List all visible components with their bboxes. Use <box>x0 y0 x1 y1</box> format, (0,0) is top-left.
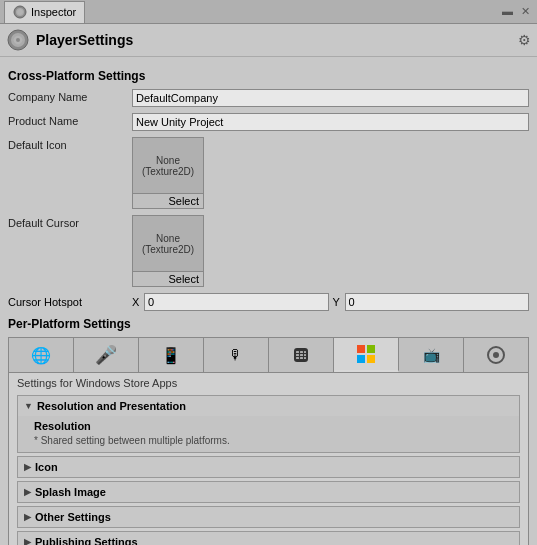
resolution-subsection-header: Resolution <box>34 420 513 432</box>
other-settings-section-label: Other Settings <box>35 511 111 523</box>
splash-section: ▶ Splash Image <box>17 481 520 503</box>
default-cursor-texture-inner: None (Texture2D) <box>133 216 203 271</box>
svg-rect-7 <box>300 351 303 353</box>
icon-collapse-arrow: ▶ <box>24 462 31 472</box>
standalone-platform-icon: 🎤 <box>95 344 117 366</box>
panel-title: PlayerSettings <box>36 32 512 48</box>
vr-platform-icon <box>486 345 506 365</box>
default-cursor-texture-text2: (Texture2D) <box>142 244 194 255</box>
default-icon-texture: None (Texture2D) Select <box>132 137 204 209</box>
windows-store-platform-icon <box>355 343 377 365</box>
y-coord-label: Y <box>333 296 343 308</box>
player-settings-icon <box>6 28 30 52</box>
default-icon-texture-text1: None <box>156 155 180 166</box>
inspector-tab-label: Inspector <box>31 6 76 18</box>
x-coord-label: X <box>132 296 142 308</box>
splash-collapse-arrow: ▶ <box>24 487 31 497</box>
platform-content: Settings for Windows Store Apps ▼ Resolu… <box>8 372 529 545</box>
svg-rect-16 <box>367 345 375 353</box>
svg-rect-15 <box>357 345 365 353</box>
resolution-collapse-arrow: ▼ <box>24 401 33 411</box>
icon-section-header[interactable]: ▶ Icon <box>18 457 519 477</box>
publishing-settings-section: ▶ Publishing Settings <box>17 531 520 545</box>
hotspot-x-coord: X <box>132 293 329 311</box>
platform-tab-windows-store[interactable] <box>334 338 399 372</box>
svg-rect-8 <box>304 351 306 353</box>
platform-tab-web[interactable]: 🌐 <box>9 338 74 372</box>
default-cursor-row: Default Cursor None (Texture2D) Select <box>8 215 529 287</box>
svg-rect-13 <box>300 357 303 359</box>
cursor-hotspot-label: Cursor Hotspot <box>8 296 128 308</box>
panel-content: Cross-Platform Settings Company Name Pro… <box>0 57 537 545</box>
default-cursor-select-btn[interactable]: Select <box>133 271 203 286</box>
platform-tab-blackberry[interactable] <box>269 338 334 372</box>
company-name-input[interactable] <box>132 89 529 107</box>
product-name-label: Product Name <box>8 113 128 127</box>
svg-rect-6 <box>296 351 299 353</box>
inspector-tab-icon <box>13 5 27 19</box>
resolution-section-content: Resolution * Shared setting between mult… <box>18 416 519 452</box>
default-icon-select-btn[interactable]: Select <box>133 193 203 208</box>
tab-bar: Inspector ▬ ✕ <box>0 0 537 24</box>
default-icon-row: Default Icon None (Texture2D) Select <box>8 137 529 209</box>
tv-platform-icon: 📺 <box>423 347 440 363</box>
svg-rect-9 <box>296 354 299 356</box>
icon-section-label: Icon <box>35 461 58 473</box>
svg-rect-14 <box>304 357 306 359</box>
tab-controls: ▬ ✕ <box>499 5 533 18</box>
default-icon-label: Default Icon <box>8 137 128 151</box>
publishing-settings-section-header[interactable]: ▶ Publishing Settings <box>18 532 519 545</box>
y-coord-input[interactable] <box>345 293 530 311</box>
minimize-btn[interactable]: ▬ <box>499 5 516 18</box>
platform-tab-tv[interactable]: 📺 <box>399 338 464 372</box>
resolution-section-label: Resolution and Presentation <box>37 400 186 412</box>
svg-point-20 <box>493 352 499 358</box>
inspector-tab[interactable]: Inspector <box>4 1 85 23</box>
settings-gear-icon[interactable]: ⚙ <box>518 32 531 48</box>
per-platform-header: Per-Platform Settings <box>8 317 529 331</box>
web-platform-icon: 🌐 <box>31 346 51 365</box>
svg-rect-11 <box>304 354 306 356</box>
default-icon-texture-inner: None (Texture2D) <box>133 138 203 193</box>
resolution-section: ▼ Resolution and Presentation Resolution… <box>17 395 520 453</box>
other-settings-section: ▶ Other Settings <box>17 506 520 528</box>
inspector-panel: PlayerSettings ⚙ Cross-Platform Settings… <box>0 24 537 545</box>
company-name-row: Company Name <box>8 89 529 107</box>
platform-info-text: Settings for Windows Store Apps <box>17 377 520 389</box>
icon-section: ▶ Icon <box>17 456 520 478</box>
company-name-label: Company Name <box>8 89 128 103</box>
splash-section-label: Splash Image <box>35 486 106 498</box>
default-cursor-label: Default Cursor <box>8 215 128 229</box>
platform-tab-standalone[interactable]: 🎤 <box>74 338 139 372</box>
svg-rect-12 <box>296 357 299 359</box>
platform-tab-mobile[interactable]: 📱 <box>139 338 204 372</box>
panel-header: PlayerSettings ⚙ <box>0 24 537 57</box>
cursor-hotspot-row: Cursor Hotspot X Y <box>8 293 529 311</box>
per-platform-section: Per-Platform Settings 🌐 🎤 📱 🎙 <box>8 317 529 545</box>
mobile-platform-icon: 📱 <box>161 346 181 365</box>
splash-section-header[interactable]: ▶ Splash Image <box>18 482 519 502</box>
default-cursor-texture-text1: None <box>156 233 180 244</box>
svg-point-4 <box>16 38 20 42</box>
platform-tabs: 🌐 🎤 📱 🎙 <box>8 337 529 372</box>
other-settings-collapse-arrow: ▶ <box>24 512 31 522</box>
svg-rect-17 <box>357 355 365 363</box>
default-icon-texture-text2: (Texture2D) <box>142 166 194 177</box>
platform-tab-audio[interactable]: 🎙 <box>204 338 269 372</box>
audio-platform-icon: 🎙 <box>229 347 243 363</box>
platform-tab-vr[interactable] <box>464 338 528 372</box>
resolution-note: * Shared setting between multiple platfo… <box>34 435 513 446</box>
close-btn[interactable]: ✕ <box>518 5 533 18</box>
product-name-input[interactable] <box>132 113 529 131</box>
x-coord-input[interactable] <box>144 293 329 311</box>
product-name-row: Product Name <box>8 113 529 131</box>
svg-rect-10 <box>300 354 303 356</box>
resolution-section-header[interactable]: ▼ Resolution and Presentation <box>18 396 519 416</box>
other-settings-section-header[interactable]: ▶ Other Settings <box>18 507 519 527</box>
cross-platform-header: Cross-Platform Settings <box>8 69 529 83</box>
publishing-settings-section-label: Publishing Settings <box>35 536 138 545</box>
default-cursor-texture: None (Texture2D) Select <box>132 215 204 287</box>
hotspot-y-coord: Y <box>333 293 530 311</box>
svg-rect-18 <box>367 355 375 363</box>
blackberry-platform-icon <box>292 346 310 364</box>
